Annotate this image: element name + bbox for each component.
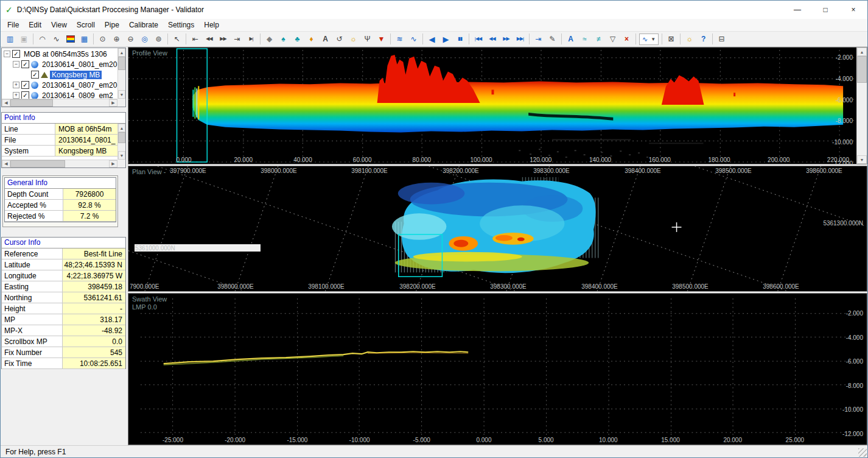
smoothing-button[interactable]: ♦: [304, 33, 318, 46]
display-mode-combo[interactable]: ∿ ▼: [639, 33, 659, 45]
multibeam-display-button[interactable]: ≋: [393, 33, 407, 46]
tree-vertical-scrollbar[interactable]: ▲ ▼: [117, 48, 125, 99]
erase-tool-button[interactable]: ⊠: [664, 33, 678, 46]
flag-button[interactable]: ▼: [374, 33, 388, 46]
transducer-button[interactable]: Ψ: [360, 33, 374, 46]
point-info-vertical-scrollbar[interactable]: ▲ ▼: [117, 124, 125, 160]
scroll-left-icon[interactable]: ◀: [2, 160, 10, 167]
tree-horizontal-scrollbar[interactable]: ◀ ▶: [2, 99, 117, 107]
drop-marker-button[interactable]: ◆: [262, 33, 276, 46]
minimize-button[interactable]: —: [783, 1, 811, 19]
pick-point-button[interactable]: ↖: [170, 33, 184, 46]
checkbox-checked-icon[interactable]: ✓: [21, 91, 29, 99]
menu-help[interactable]: Help: [199, 19, 224, 30]
scroll-left-icon[interactable]: ◀: [2, 99, 10, 107]
scrollbar-thumb[interactable]: [118, 57, 125, 70]
collapse-icon[interactable]: −: [13, 61, 19, 68]
toolbar-icon: ▶: [443, 35, 449, 43]
profile-vertical-scrollbar[interactable]: ▲ ▼: [856, 48, 867, 164]
spike-detect-button[interactable]: ♠: [276, 33, 290, 46]
edit-fix-button[interactable]: ✎: [545, 33, 559, 46]
zoom-previous-button[interactable]: ⊚: [152, 33, 166, 46]
pause-button[interactable]: ▮▮: [453, 33, 467, 46]
resize-grip[interactable]: [858, 448, 867, 457]
last-swath-button[interactable]: ⇥: [230, 33, 244, 46]
singlebeam-view-button[interactable]: ◠: [35, 33, 49, 46]
tree-item-line-0809[interactable]: + ✓ 20130614_0809_em2: [2, 90, 117, 99]
scrollbar-thumb[interactable]: [10, 160, 65, 167]
scroll-right-icon[interactable]: ▶: [109, 160, 117, 167]
fast-forward-button[interactable]: ▶▶: [216, 33, 230, 46]
checkbox-checked-icon[interactable]: ✓: [31, 71, 39, 79]
zoom-out-button[interactable]: ⊖: [124, 33, 138, 46]
despike-button[interactable]: ♣: [290, 33, 304, 46]
goto-fix-button[interactable]: ⇥: [531, 33, 545, 46]
swath-view[interactable]: Swath View LMP 0.0 -25.000-20.000-15.000…: [128, 293, 867, 445]
save-button[interactable]: ▣: [17, 33, 31, 46]
menu-scroll[interactable]: Scroll: [72, 19, 100, 30]
first-fix-button[interactable]: |◀◀: [471, 33, 485, 46]
scroll-down-icon[interactable]: ▼: [118, 151, 125, 160]
checkbox-checked-icon[interactable]: ✓: [21, 81, 29, 89]
previous-fix-button[interactable]: ◀◀: [485, 33, 499, 46]
close-button[interactable]: ×: [839, 1, 867, 19]
zoom-extents-button[interactable]: ◎: [138, 33, 152, 46]
tree-item-kongsberg-mb[interactable]: ✓ Kongsberg MB: [2, 69, 117, 80]
zoom-tool-button[interactable]: ⊙: [96, 33, 110, 46]
point-info-horizontal-scrollbar[interactable]: ◀ ▶: [2, 160, 117, 167]
checkbox-checked-icon[interactable]: ✓: [12, 50, 20, 58]
toolbar-separator: [662, 33, 662, 44]
fast-backward-button[interactable]: ◀◀: [202, 33, 216, 46]
delete-data-button[interactable]: ×: [620, 33, 634, 46]
tree-item-line-0807[interactable]: + ✓ 20130614_0807_em20: [2, 80, 117, 90]
zoom-in-button[interactable]: ⊕: [110, 33, 124, 46]
checkbox-checked-icon[interactable]: ✓: [21, 60, 29, 68]
menu-settings[interactable]: Settings: [163, 19, 199, 30]
scroll-up-icon[interactable]: ▲: [857, 48, 867, 56]
annotation-button[interactable]: A: [318, 33, 332, 46]
auto-filter-button[interactable]: A: [564, 33, 578, 46]
menu-view[interactable]: View: [46, 19, 72, 30]
scroll-up-icon[interactable]: ▲: [118, 48, 125, 57]
menu-file[interactable]: File: [2, 19, 24, 30]
beam-profile-button[interactable]: ∿: [407, 33, 421, 46]
tips-button[interactable]: ☼: [682, 33, 696, 46]
menu-pipe[interactable]: Pipe: [100, 19, 124, 30]
first-swath-button[interactable]: ⇤: [188, 33, 202, 46]
last-fix-button[interactable]: ▶▶|: [513, 33, 527, 46]
sun-illumination-button[interactable]: ☼: [346, 33, 360, 46]
expand-icon[interactable]: +: [13, 92, 19, 99]
profile-tool-button[interactable]: ∿: [49, 33, 63, 46]
filter-reject-button[interactable]: ≠: [592, 33, 606, 46]
play-backward-button[interactable]: ◀: [425, 33, 439, 46]
scrollbar-thumb[interactable]: [10, 99, 53, 107]
toolbar-icon: ☼: [686, 35, 693, 43]
scroll-down-icon[interactable]: ▼: [118, 90, 125, 99]
context-help-button[interactable]: ?: [696, 33, 710, 46]
maximize-button[interactable]: □: [811, 1, 839, 19]
toolbar-icon: ⊕: [113, 35, 119, 43]
play-forward-button[interactable]: ▶: [439, 33, 453, 46]
next-fix-button[interactable]: ▶▶: [499, 33, 513, 46]
collapse-icon[interactable]: −: [4, 51, 10, 57]
expand-icon[interactable]: +: [13, 82, 19, 88]
filter-settings-button[interactable]: ▽: [606, 33, 620, 46]
profile-view[interactable]: Profile View 0.00020.00040.00060.00080.0…: [128, 47, 867, 164]
scrollbar-thumb[interactable]: [118, 132, 125, 143]
colormap-button[interactable]: [63, 33, 77, 46]
menu-calibrate[interactable]: Calibrate: [124, 19, 163, 30]
tree-item-line-0801[interactable]: − ✓ 20130614_0801_em20: [2, 59, 117, 69]
undo-button[interactable]: ↺: [332, 33, 346, 46]
tree-item-survey[interactable]: − ✓ MOB at 06h54m35s 1306: [2, 49, 117, 59]
filter-accept-button[interactable]: ≈: [578, 33, 592, 46]
menu-edit[interactable]: Edit: [24, 19, 46, 30]
goto-swath-button[interactable]: ▶|: [244, 33, 258, 46]
matrix-view-button[interactable]: ▦: [77, 33, 91, 46]
scroll-down-icon[interactable]: ▼: [857, 155, 867, 164]
scroll-up-icon[interactable]: ▲: [118, 124, 125, 132]
scroll-right-icon[interactable]: ▶: [109, 99, 117, 107]
clean-tool-button[interactable]: ⊟: [715, 33, 729, 46]
plan-view[interactable]: Plan View - 397900.000E398000.000E398100…: [128, 166, 867, 292]
scrollbar-thumb[interactable]: [857, 56, 867, 83]
display-options-button[interactable]: ▥: [3, 33, 17, 46]
